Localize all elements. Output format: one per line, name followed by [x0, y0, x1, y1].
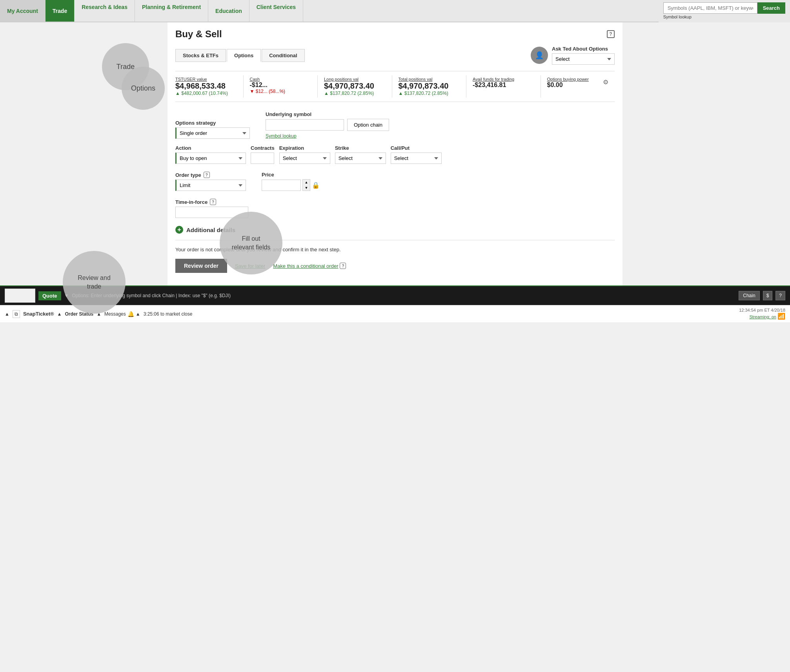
messages-button[interactable]: Messages 🔔 ▲: [104, 311, 140, 317]
page-title: Buy & Sell: [175, 29, 222, 40]
price-stepper[interactable]: ▲ ▼: [302, 179, 310, 191]
toolbar-help-button[interactable]: ?: [775, 291, 785, 300]
order-type-help-icon[interactable]: ?: [204, 172, 210, 178]
market-close-text: 3:25:06 to market close: [144, 311, 193, 317]
strike-select[interactable]: Select: [335, 153, 386, 164]
price-input[interactable]: [262, 180, 301, 191]
bottom-toolbar: Quote ▼ Options: Enter underlying symbol…: [0, 285, 790, 305]
call-put-select[interactable]: Select: [391, 153, 442, 164]
underlying-symbol-input[interactable]: [266, 119, 344, 131]
price-label: Price: [262, 172, 320, 178]
conditional-order-group: Make this a conditional order ?: [273, 263, 346, 269]
nav-education[interactable]: Education: [208, 0, 249, 22]
quote-button[interactable]: Quote: [38, 291, 61, 300]
additional-details-toggle[interactable]: +: [175, 226, 183, 234]
bubble-trade: Trade: [102, 43, 149, 90]
bell-icon: 🔔: [127, 311, 134, 317]
nav-research-ideas[interactable]: Research & Ideas: [75, 0, 135, 22]
additional-details-label[interactable]: Additional details: [186, 227, 235, 233]
portfolio-total-positions: Total positions val $4,970,873.40 ▲ $137…: [392, 75, 467, 98]
ted-avatar: 👤: [531, 47, 548, 64]
portfolio-cash: Cash -$12... ▼ $12... (58...%): [244, 75, 318, 98]
toolbar-symbol-input-wrap: [5, 289, 35, 303]
time-in-force-group: Time-in-force ? Day: [175, 199, 248, 218]
lock-icon[interactable]: 🔒: [312, 182, 320, 189]
nav-client-services[interactable]: Client Services: [249, 0, 303, 22]
price-up-button[interactable]: ▲: [303, 180, 310, 185]
dollar-button[interactable]: $: [763, 291, 773, 300]
expiration-group: Expiration Select: [279, 145, 330, 164]
options-strategy-group: Options strategy Single order: [175, 120, 250, 139]
expiration-select[interactable]: Select: [279, 153, 330, 164]
call-put-label: Call/Put: [391, 145, 442, 151]
strike-group: Strike Select: [335, 145, 386, 164]
ask-ted-select[interactable]: Select: [552, 53, 615, 65]
toolbar-symbol-input[interactable]: [8, 291, 32, 301]
page-help-icon[interactable]: ?: [607, 30, 615, 38]
portfolio-options-buying-power: Options buying power $0.00 ⚙: [541, 75, 615, 98]
chain-button[interactable]: Chain: [739, 291, 759, 300]
toolbar-instruction-text: Options: Enter underlying symbol and cli…: [72, 293, 735, 298]
snap-ticket-label[interactable]: SnapTicket®: [23, 311, 54, 317]
contracts-label: Contracts: [251, 145, 275, 151]
order-notice: Your order is not complete until you rev…: [175, 247, 615, 252]
price-group: Price ▲ ▼ 🔒: [262, 172, 320, 191]
gear-icon[interactable]: ⚙: [603, 78, 608, 86]
order-type-label: Order type: [175, 172, 201, 178]
status-bar-right: 12:34:54 pm ET 4/20/18 Streaming: on 📶: [739, 308, 785, 320]
time-in-force-input[interactable]: Day: [175, 207, 248, 218]
portfolio-tstuser: TSTUSER value $4,968,533.48 ▲ $482,000.6…: [175, 75, 244, 98]
options-strategy-label: Options strategy: [175, 120, 250, 126]
nav-trade[interactable]: Trade: [46, 0, 75, 22]
tab-stocks-etfs[interactable]: Stocks & ETFs: [175, 49, 226, 62]
make-conditional-button[interactable]: Make this a conditional order: [273, 263, 338, 269]
form-divider: [175, 240, 615, 240]
order-type-group: Order type ? Limit: [175, 172, 246, 191]
order-type-select[interactable]: Limit: [175, 180, 246, 191]
underlying-symbol-label: Underlying symbol: [266, 111, 389, 117]
quote-dropdown-arrow[interactable]: ▼: [64, 293, 69, 298]
copy-icon[interactable]: ⧉: [13, 310, 20, 318]
symbol-lookup-nav[interactable]: Symbol lookup: [663, 14, 785, 20]
price-down-button[interactable]: ▼: [303, 185, 310, 191]
ask-ted-label: Ask Ted About Options: [552, 46, 615, 52]
search-input[interactable]: [663, 2, 757, 14]
messages-arrow[interactable]: ▲: [136, 311, 140, 317]
timestamp: 12:34:54 pm ET 4/20/18: [739, 308, 785, 312]
search-button[interactable]: Search: [757, 2, 785, 14]
save-for-later-button[interactable]: Save for later: [235, 263, 265, 269]
order-status-arrow[interactable]: ▲: [96, 311, 101, 317]
options-strategy-select[interactable]: Single order: [175, 127, 250, 139]
action-label: Action: [175, 145, 246, 151]
call-put-group: Call/Put Select: [391, 145, 442, 164]
action-buttons-row: Review order Save for later Make this a …: [175, 259, 615, 273]
portfolio-long-positions: Long positions val $4,970,873.40 ▲ $137,…: [318, 75, 392, 98]
status-bar: ▲ ⧉ SnapTicket® ▲ Order Status ▲ Message…: [0, 305, 790, 322]
bubble-options: Options: [122, 67, 165, 110]
action-select[interactable]: Buy to open: [175, 153, 246, 164]
conditional-help-icon[interactable]: ?: [340, 263, 346, 269]
wifi-icon: 📶: [777, 313, 785, 320]
contracts-input[interactable]: [251, 153, 274, 164]
option-chain-button[interactable]: Option chain: [347, 119, 389, 131]
tab-conditional[interactable]: Conditional: [262, 49, 305, 62]
streaming-status[interactable]: Streaming: on: [749, 314, 776, 319]
tab-options[interactable]: Options: [227, 49, 261, 62]
review-order-button[interactable]: Review order: [175, 259, 227, 273]
time-in-force-label: Time-in-force: [175, 199, 208, 205]
nav-planning-retirement[interactable]: Planning & Retirement: [135, 0, 208, 22]
order-status-label[interactable]: Order Status: [65, 311, 93, 317]
messages-label: Messages: [104, 311, 126, 317]
contracts-group: Contracts: [251, 145, 275, 164]
time-in-force-help-icon[interactable]: ?: [210, 199, 216, 205]
nav-my-account[interactable]: My Account: [0, 0, 46, 22]
underlying-symbol-group: Underlying symbol Option chain Symbol lo…: [266, 111, 389, 139]
additional-details-section: + Additional details: [175, 226, 615, 234]
symbol-lookup-link[interactable]: Symbol lookup: [266, 133, 389, 139]
portfolio-avail-funds: Avail funds for trading -$23,416.81: [466, 75, 541, 98]
expand-up-arrow[interactable]: ▲: [5, 311, 9, 317]
expiration-label: Expiration: [279, 145, 330, 151]
snap-ticket-arrow[interactable]: ▲: [57, 311, 62, 317]
strike-label: Strike: [335, 145, 386, 151]
action-group: Action Buy to open: [175, 145, 246, 164]
